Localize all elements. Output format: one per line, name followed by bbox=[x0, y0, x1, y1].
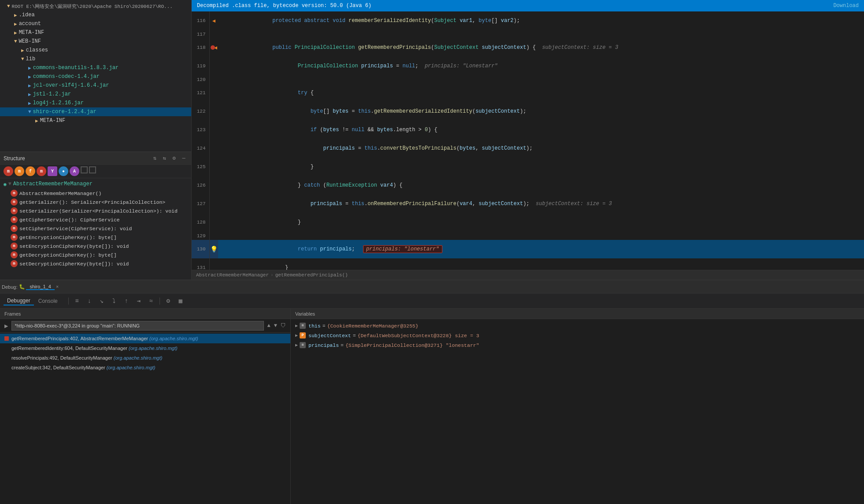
tab-debugger[interactable]: Debugger bbox=[4, 297, 34, 305]
tree-label-meta-inf2: META-INF bbox=[40, 118, 66, 124]
folder-icon-account: ▶ bbox=[14, 21, 17, 27]
tree-item-meta-inf-2[interactable]: ▶ META-INF bbox=[0, 116, 191, 125]
filter-a[interactable]: A bbox=[70, 166, 79, 176]
resume-btn[interactable]: ≡ bbox=[72, 296, 82, 306]
tree-item-web-inf[interactable]: ▼ WEB-INF bbox=[0, 37, 191, 46]
gutter-118: ◀ bbox=[209, 38, 218, 57]
thread-dropdown[interactable]: *http-nio-8080-exec-3*@3,224 in group "m… bbox=[11, 321, 263, 331]
line-num-118: 118 bbox=[192, 38, 209, 57]
sort-desc-btn[interactable]: ⇆ bbox=[160, 155, 168, 162]
tree-label-beanutils: commons-beanutils-1.8.3.jar bbox=[33, 65, 119, 71]
thread-down-btn[interactable]: ▼ bbox=[274, 323, 277, 329]
struct-method-setserializer[interactable]: m setSerializer(Serializer<PrincipalColl… bbox=[0, 206, 191, 215]
tree-item-idea[interactable]: ▶ .idea bbox=[0, 11, 191, 19]
debug-main: Frames ▶ *http-nio-8080-exec-3*@3,224 in… bbox=[0, 309, 864, 504]
struct-method-getenckey[interactable]: m getEncryptionCipherKey(): byte[] bbox=[0, 233, 191, 242]
badge-setenckey: m bbox=[11, 243, 18, 250]
filter-m2[interactable]: m bbox=[15, 166, 24, 176]
minimize-btn[interactable]: — bbox=[180, 155, 188, 162]
frame-item-2[interactable]: resolvePrincipals:492, DefaultSecurityMa… bbox=[0, 353, 290, 363]
tree-label-log4j: log4j-1.2.16.jar bbox=[33, 100, 84, 106]
struct-method-setcipherservice[interactable]: m setCipherService(CipherService): void bbox=[0, 224, 191, 233]
download-link[interactable]: Download bbox=[833, 3, 859, 9]
code-row-131: 131 } bbox=[192, 258, 864, 270]
struct-method-getdeckey[interactable]: m getDecryptionCipherKey(): byte[] bbox=[0, 250, 191, 259]
badge-setcipherservice: m bbox=[11, 225, 18, 232]
run-to-cursor-btn[interactable]: ⇥ bbox=[134, 296, 144, 306]
tree-item-shiro-core[interactable]: ▼ shiro-core-1.2.4.jar bbox=[0, 107, 191, 116]
struct-method-constructor[interactable]: m AbstractRememberMeManager() bbox=[0, 189, 191, 198]
settings-btn[interactable]: ⚙ bbox=[170, 155, 178, 162]
structure-list: ◉ ▼ AbstractRememberMeManager m Abstract… bbox=[0, 178, 191, 280]
gutter-119 bbox=[209, 57, 218, 75]
class-icon: ◉ bbox=[4, 181, 7, 187]
frame-item-0[interactable]: getRememberedPrincipals:402, AbstractRem… bbox=[0, 334, 290, 343]
tree-item-lib[interactable]: ▼ lib bbox=[0, 55, 191, 63]
var-item-this[interactable]: ▶ ≡ this = {CookieRememberMeManager@3255… bbox=[291, 321, 864, 331]
var-item-subjectcontext[interactable]: ▶ P subjectContext = {DefaultWebSubjectC… bbox=[291, 331, 864, 340]
debug-tab-close[interactable]: × bbox=[56, 284, 59, 290]
tree-item-jstl[interactable]: ▶ jstl-1.2.jar bbox=[0, 90, 191, 99]
filter-dot[interactable]: ● bbox=[59, 166, 68, 176]
filter-f[interactable]: f bbox=[26, 166, 35, 176]
gutter-120 bbox=[209, 75, 218, 84]
line-num-122: 122 bbox=[192, 102, 209, 121]
step-into-btn[interactable]: ↘ bbox=[97, 296, 107, 306]
filter-m3[interactable]: m bbox=[37, 166, 46, 176]
struct-method-getcipherservice[interactable]: m getCipherService(): CipherService bbox=[0, 215, 191, 224]
jar-icon-6: ▼ bbox=[28, 109, 31, 114]
badge-getenckey: m bbox=[11, 234, 18, 241]
line-num-129: 129 bbox=[192, 232, 209, 240]
tree-item-account[interactable]: ▶ account bbox=[0, 19, 191, 28]
settings-debug-btn[interactable]: ⚙ bbox=[163, 296, 173, 306]
var-arrow-subject[interactable]: ▶ bbox=[295, 333, 298, 338]
tree-item-root[interactable]: ▼ ROOT E:\网络安全\漏洞研究\2020\Apache Shiro\20… bbox=[0, 2, 191, 11]
tree-item-commons-codec[interactable]: ▶ commons-codec-1.4.jar bbox=[0, 72, 191, 81]
struct-method-getserializer[interactable]: m getSerializer(): Serializer<PrincipalC… bbox=[0, 198, 191, 206]
filter-extra2[interactable] bbox=[89, 166, 96, 173]
frame-item-1[interactable]: getRememberedIdentity:604, DefaultSecuri… bbox=[0, 343, 290, 353]
tab-console[interactable]: Console bbox=[35, 297, 61, 305]
code-content-123: if (bytes != null && bytes.length > 0) { bbox=[218, 121, 864, 139]
debug-tab-shiro[interactable]: shiro_1_4 bbox=[26, 284, 54, 290]
tree-item-meta-inf[interactable]: ▶ META-INF bbox=[0, 28, 191, 37]
var-arrow-this[interactable]: ▶ bbox=[295, 323, 298, 328]
sort-asc-btn[interactable]: ⇅ bbox=[151, 155, 159, 162]
tree-item-classes[interactable]: ▶ classes bbox=[0, 46, 191, 55]
frame-italic-3: (org.apache.shiro.mgt) bbox=[107, 365, 156, 370]
step-out-btn[interactable]: ↑ bbox=[122, 296, 131, 306]
evaluate-btn[interactable]: ≈ bbox=[146, 296, 156, 306]
editor-header: Decompiled .class file, bytecode version… bbox=[192, 0, 864, 11]
var-value-subject: {DefaultWebSubjectContext@3228} size = 3 bbox=[358, 333, 479, 338]
debug-label: Debug: bbox=[2, 284, 17, 290]
class-label: AbstractRememberMeManager bbox=[13, 181, 93, 187]
struct-class-abstractremembermem[interactable]: ◉ ▼ AbstractRememberMeManager bbox=[0, 179, 191, 189]
line-num-120: 120 bbox=[192, 75, 209, 84]
tree-item-jcl[interactable]: ▶ jcl-over-slf4j-1.6.4.jar bbox=[0, 81, 191, 90]
frame-item-3[interactable]: createSubject:342, DefaultSecurityManage… bbox=[0, 363, 290, 372]
var-item-principals[interactable]: ▶ ≡ principals = {SimplePrincipalCollect… bbox=[291, 340, 864, 350]
code-content-128: } bbox=[218, 213, 864, 232]
thread-up-btn[interactable]: ▲ bbox=[267, 323, 271, 329]
struct-method-setenckey[interactable]: m setEncryptionCipherKey(byte[]): void bbox=[0, 242, 191, 250]
var-icon-subject: P bbox=[300, 332, 306, 338]
layout-btn[interactable]: ▦ bbox=[176, 296, 185, 306]
filter-y[interactable]: Y bbox=[48, 166, 57, 176]
struct-method-setdeckey[interactable]: m setDecryptionCipherKey(byte[]): void bbox=[0, 259, 191, 268]
tree-item-log4j[interactable]: ▶ log4j-1.2.16.jar bbox=[0, 99, 191, 107]
filter-m1[interactable]: m bbox=[4, 166, 13, 176]
thread-filter-btn[interactable]: ⛉ bbox=[281, 323, 286, 329]
var-arrow-principals[interactable]: ▶ bbox=[295, 342, 298, 348]
filter-extra1[interactable] bbox=[81, 166, 88, 173]
breadcrumb-sep: › bbox=[271, 272, 274, 278]
folder-icon-classes: ▶ bbox=[21, 48, 24, 53]
method-label-setserializer: setSerializer(Serializer<PrincipalCollec… bbox=[19, 208, 178, 214]
code-editor: 116 ◀ protected abstract void rememberSe… bbox=[192, 11, 864, 270]
force-step-btn[interactable]: ⤵ bbox=[109, 296, 119, 306]
play-btn[interactable]: ▶ bbox=[4, 322, 8, 330]
step-over-btn[interactable]: ↓ bbox=[85, 296, 94, 306]
method-label-constructor: AbstractRememberMeManager() bbox=[19, 191, 101, 196]
tree-item-commons-beanutils[interactable]: ▶ commons-beanutils-1.8.3.jar bbox=[0, 63, 191, 72]
folder-icon-meta-inf: ▶ bbox=[14, 30, 17, 36]
file-tree: ▼ ROOT E:\网络安全\漏洞研究\2020\Apache Shiro\20… bbox=[0, 0, 191, 152]
